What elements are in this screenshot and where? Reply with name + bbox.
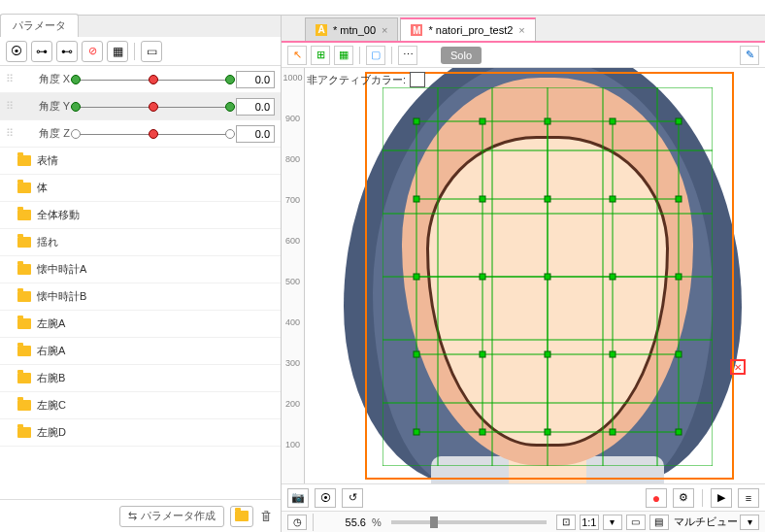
mesh-handle[interactable] (480, 118, 485, 124)
mesh-handle[interactable] (414, 429, 419, 435)
record-button[interactable]: ● (646, 488, 667, 508)
inactive-color-swatch[interactable] (410, 72, 425, 87)
trash-button[interactable] (259, 510, 273, 523)
slider-key[interactable] (149, 102, 158, 112)
slider-key[interactable] (71, 129, 81, 139)
mesh-handle[interactable] (414, 274, 419, 280)
tool-rect-icon[interactable]: ▢ (366, 46, 385, 65)
camera-icon[interactable]: 📷 (287, 488, 309, 508)
mesh-handle[interactable] (545, 118, 550, 124)
zoom-slider-thumb[interactable] (430, 516, 438, 528)
mesh-handle[interactable] (545, 351, 550, 357)
mesh-handle[interactable] (610, 429, 615, 435)
slider-key[interactable] (149, 129, 158, 139)
mesh-handle[interactable] (676, 274, 682, 280)
folder-row[interactable]: 左腕D (0, 419, 281, 447)
keys-2-icon[interactable]: ⊶ (31, 41, 52, 62)
close-icon[interactable]: × (382, 24, 387, 36)
mesh-handle[interactable] (610, 118, 615, 124)
drag-handle-icon[interactable]: ⠿ (6, 127, 16, 140)
folder-row[interactable]: 懐中時計A (0, 256, 281, 283)
mesh-handle[interactable] (480, 274, 485, 280)
folder-row[interactable]: 揺れ (0, 229, 281, 256)
mesh-handle[interactable] (676, 429, 682, 435)
create-parameter-button[interactable]: ⇆ パラメータ作成 (119, 506, 224, 527)
mesh-handle[interactable] (414, 196, 419, 202)
keys-disable-icon[interactable]: ⊘ (82, 41, 103, 62)
mesh-handle[interactable] (676, 196, 682, 202)
folder-row[interactable]: 左腕C (0, 392, 281, 419)
delete-button[interactable]: ✕ (730, 359, 746, 375)
mesh-handle[interactable] (676, 118, 682, 124)
tool-grid-icon[interactable]: ▦ (334, 46, 353, 65)
clock-icon[interactable]: ◷ (287, 515, 307, 530)
parameter-value-input[interactable] (236, 125, 275, 143)
parameter-row[interactable]: ⠿角度 Y (0, 93, 281, 120)
view-b-icon[interactable]: ▤ (649, 515, 669, 530)
mesh-handle[interactable] (480, 196, 485, 202)
folder-row[interactable]: 右腕B (0, 365, 281, 392)
mesh-handle[interactable] (610, 351, 615, 357)
mesh-handle[interactable] (676, 351, 682, 357)
drag-handle-icon[interactable]: ⠿ (6, 100, 16, 113)
cycle-icon[interactable]: ⦿ (6, 41, 27, 62)
folder-row[interactable]: 右腕A (0, 338, 281, 365)
mesh-handle[interactable] (414, 351, 419, 357)
tool-move-icon[interactable]: ↖ (287, 46, 307, 65)
multiview-dropdown[interactable]: ▾ (740, 515, 759, 530)
parameter-row[interactable]: ⠿角度 Z (0, 120, 281, 148)
mesh-handle[interactable] (414, 118, 419, 124)
dropdown-icon[interactable]: ▾ (603, 515, 622, 530)
zoom-fit-icon[interactable]: ⊡ (556, 515, 576, 530)
slider-key[interactable] (225, 75, 235, 84)
panel-tab-parameters[interactable]: パラメータ (0, 14, 79, 37)
play-button[interactable]: ▶ (711, 488, 732, 508)
drag-handle-icon[interactable]: ⠿ (6, 73, 16, 85)
slider-key[interactable] (149, 75, 158, 84)
slider-key[interactable] (71, 75, 81, 84)
keys-3-icon[interactable]: ⊷ (56, 41, 78, 62)
document-tab[interactable]: M* natori_pro_test2× (400, 17, 535, 41)
slider-key[interactable] (71, 102, 81, 112)
document-tab[interactable]: A* mtn_00× (305, 17, 398, 41)
close-icon[interactable]: × (518, 24, 524, 36)
zoom-value[interactable]: 55.6 (319, 516, 368, 528)
keys-grid-icon[interactable]: ▦ (107, 41, 128, 62)
mesh-handle[interactable] (610, 274, 615, 280)
parameter-slider[interactable] (76, 99, 230, 115)
slider-key[interactable] (225, 129, 235, 139)
folder-row[interactable]: 左腕A (0, 311, 281, 338)
mesh-handle[interactable] (545, 429, 550, 435)
list-icon[interactable]: ≡ (738, 488, 759, 508)
folder-row[interactable]: 懐中時計B (0, 283, 281, 311)
tool-misc-icon[interactable]: ⋯ (398, 46, 417, 65)
slider-key[interactable] (225, 102, 235, 112)
mesh-handle[interactable] (610, 196, 615, 202)
folder-row[interactable]: 全体移動 (0, 202, 281, 229)
tool-mesh-icon[interactable]: ⊞ (311, 46, 330, 65)
mesh-handle[interactable] (545, 196, 550, 202)
zoom-ratio-button[interactable]: 1:1 (580, 515, 599, 530)
inactive-color-label: 非アクティブカラー: (307, 72, 425, 87)
view-a-icon[interactable]: ▭ (626, 515, 646, 530)
zoom-slider[interactable] (391, 520, 547, 524)
solo-toggle[interactable]: Solo (441, 47, 482, 64)
deform-mesh[interactable] (382, 87, 713, 466)
new-folder-button[interactable] (230, 506, 253, 527)
keys-clamp-icon[interactable]: ▭ (141, 41, 162, 62)
parameter-slider[interactable] (76, 126, 230, 142)
parameter-value-input[interactable] (236, 71, 275, 88)
parameter-slider[interactable] (76, 72, 230, 87)
mesh-handle[interactable] (480, 351, 485, 357)
gear-icon[interactable]: ⚙ (673, 488, 694, 508)
tool-pen-icon[interactable]: ✎ (740, 46, 759, 65)
folder-row[interactable]: 体 (0, 175, 281, 202)
parameter-row[interactable]: ⠿角度 X (0, 66, 281, 93)
canvas-viewport[interactable]: 非アクティブカラー: 10009008007006005004003002001… (282, 68, 765, 483)
mesh-handle[interactable] (545, 274, 550, 280)
snapshot-icon[interactable]: ⦿ (315, 488, 336, 508)
folder-row[interactable]: 表情 (0, 148, 281, 175)
parameter-value-input[interactable] (236, 98, 275, 116)
camera-reset-icon[interactable]: ↺ (342, 488, 363, 508)
mesh-handle[interactable] (480, 429, 485, 435)
